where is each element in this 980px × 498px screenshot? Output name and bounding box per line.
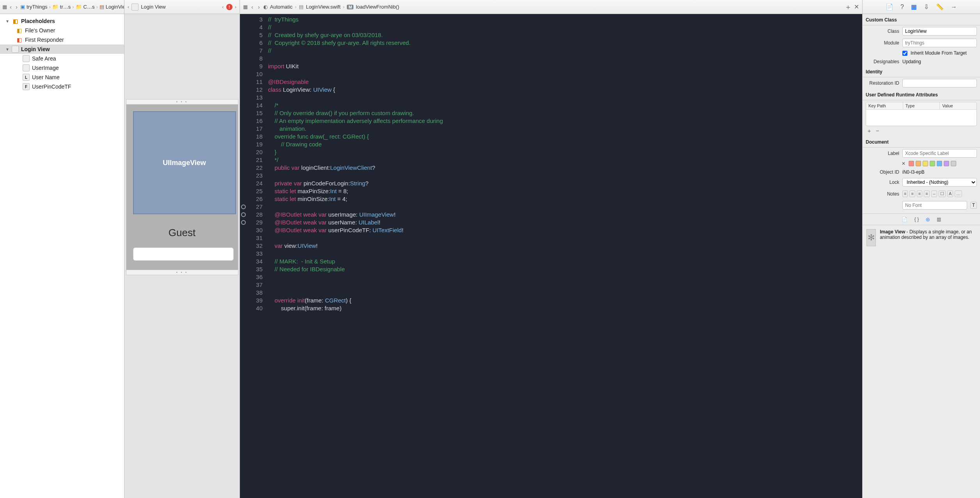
align-left-icon[interactable]: ≡ [902, 190, 908, 197]
error-indicator-icon[interactable]: ! [226, 4, 233, 10]
outline-userimage[interactable]: UserImage [0, 63, 124, 73]
chevron-down-icon[interactable]: ▼ [5, 19, 9, 23]
library-tabstrip[interactable]: 📄 { } ◎ ▥ [863, 213, 980, 225]
counterparts-icon[interactable]: ◐ [263, 4, 268, 10]
objid-label: Object ID [866, 169, 899, 175]
canvas-drag-handle-top[interactable]: • • • [126, 99, 238, 105]
file-inspector-icon[interactable]: 📄 [886, 3, 893, 11]
chevron-right-icon[interactable]: › [235, 4, 236, 10]
canvas-textfield[interactable] [133, 247, 234, 261]
text-style-icon[interactable]: -- [931, 190, 937, 197]
back-icon[interactable]: ‹ [9, 4, 13, 10]
swatch-clear-icon[interactable]: ✕ [902, 161, 905, 166]
color-swatch[interactable] [916, 161, 921, 166]
inherit-module-checkbox[interactable] [902, 51, 907, 56]
align-center-icon[interactable]: ≡ [909, 190, 915, 197]
udra-table[interactable]: Key Path Type Value [866, 102, 977, 126]
align-right-icon[interactable]: ≡ [917, 190, 922, 197]
identity-inspector-icon[interactable]: ▦ [911, 3, 917, 11]
lib-media-icon[interactable]: ▥ [937, 217, 941, 222]
textfield-icon: F [23, 83, 30, 90]
grid-icon[interactable]: ▦ [243, 4, 248, 10]
outline-first-responder[interactable]: ◧ First Responder [0, 35, 124, 44]
lib-objects-icon[interactable]: ◎ [926, 217, 930, 222]
outline-safe-area[interactable]: Safe Area [0, 54, 124, 63]
outline-username[interactable]: L User Name [0, 73, 124, 82]
close-assistant-icon[interactable]: ✕ [854, 3, 859, 11]
designables-value: Updating [902, 59, 921, 64]
outline-pane: ▦ ‹ › ▣ tryThings › 📁 tr…s › 📁 C…s › ▤ L… [0, 0, 124, 498]
color-swatch[interactable] [951, 161, 956, 166]
source-editor[interactable]: 3456789101112131415161718192021222324252… [240, 14, 862, 498]
connections-inspector-icon[interactable]: → [951, 4, 957, 11]
outline-placeholders[interactable]: ▼ ◧ Placeholders [0, 16, 124, 26]
forward-icon[interactable]: › [14, 4, 19, 10]
doc-label-label: Label [866, 151, 899, 156]
jumpbar[interactable]: ▦ ‹ › ◐ Automatic › ▤ LoginView.swift › … [240, 0, 862, 14]
jumpbar-file[interactable]: LoginView.swift [306, 4, 341, 10]
notes-font-input[interactable] [902, 201, 967, 210]
inspector-tab-strip[interactable]: 📄 ? ▦ ⇩ 📏 → [863, 0, 980, 14]
udra-remove-icon[interactable]: − [876, 128, 879, 135]
breakpoint-gutter[interactable] [240, 14, 247, 498]
doc-label-input[interactable] [902, 149, 977, 158]
color-swatch[interactable] [930, 161, 935, 166]
outline-files-owner[interactable]: ◧ File's Owner [0, 26, 124, 35]
grid-icon[interactable]: ▦ [2, 4, 7, 10]
swift-file-icon: ▤ [299, 4, 304, 10]
module-input[interactable] [902, 39, 977, 47]
more-icon[interactable]: … [955, 190, 962, 197]
crumb-project[interactable]: ▣ tryThings › [20, 4, 51, 10]
font-a-icon[interactable]: A [947, 190, 953, 197]
font-picker-icon[interactable]: T [970, 202, 977, 209]
crumb-folder-2[interactable]: 📁 C…s › [76, 4, 98, 10]
color-swatch[interactable] [944, 161, 949, 166]
chevron-left-icon[interactable]: ‹ [128, 4, 129, 10]
outline-login-view[interactable]: ▼ Login View [0, 44, 124, 54]
class-input[interactable] [902, 27, 977, 36]
source-text[interactable]: // tryThings//// Created by shefy gur-ar… [266, 14, 443, 498]
restoration-id-input[interactable] [902, 79, 977, 87]
imageview-thumb-icon: ✻ [866, 229, 876, 246]
udra-add-icon[interactable]: ＋ [866, 128, 872, 135]
field-notes: Notes ≡ ≡ ≡ ≡ -- ☐ A … [863, 188, 980, 199]
line-number-gutter[interactable]: 3456789101112131415161718192021222324252… [247, 14, 266, 498]
attributes-inspector-icon[interactable]: ⇩ [924, 3, 929, 11]
jumpbar-method[interactable]: loadViewFromNib() [356, 4, 399, 10]
jumpbar-automatic[interactable]: Automatic [270, 4, 293, 10]
chevron-left-icon[interactable]: ‹ [222, 4, 224, 10]
back-icon[interactable]: ‹ [250, 4, 254, 10]
interface-builder-canvas[interactable]: • • • UIImageView Guest • • • [124, 14, 240, 498]
udra-col-keypath[interactable]: Key Path [866, 102, 903, 109]
udra-col-type[interactable]: Type [903, 102, 940, 109]
add-tab-icon[interactable]: ＋ [845, 2, 852, 12]
outline-label: Placeholders [21, 18, 55, 24]
outline-tree[interactable]: ▼ ◧ Placeholders ◧ File's Owner ◧ First … [0, 14, 124, 498]
lib-code-icon[interactable]: { } [914, 217, 919, 222]
size-inspector-icon[interactable]: 📏 [936, 3, 944, 11]
udra-col-value[interactable]: Value [940, 102, 976, 109]
section-document: Document [863, 136, 980, 148]
chevron-down-icon[interactable]: ▼ [5, 47, 9, 52]
help-inspector-icon[interactable]: ? [900, 4, 904, 11]
field-restoration-id: Restoration ID [863, 77, 980, 89]
library-item-image-view[interactable]: ✻ Image View - Displays a single image, … [863, 225, 980, 250]
field-label: Label [863, 148, 980, 159]
lock-select[interactable]: Inherited - (Nothing) [902, 178, 977, 187]
color-swatch[interactable] [937, 161, 942, 166]
outline-userpintf[interactable]: F UserPinCodeTF [0, 82, 124, 91]
canvas-drag-handle-bottom[interactable]: • • • [126, 270, 238, 275]
forward-icon[interactable]: › [257, 4, 261, 10]
canvas-uiimageview[interactable]: UIImageView [133, 111, 236, 214]
lib-files-icon[interactable]: 📄 [902, 217, 907, 222]
canvas-guest-label[interactable]: Guest [133, 227, 231, 239]
crumb-folder-1[interactable]: 📁 tr…s › [52, 4, 74, 10]
align-justify-icon[interactable]: ≡ [924, 190, 929, 197]
canvas-tab-label[interactable]: Login View [141, 4, 165, 10]
color-swatch[interactable] [909, 161, 914, 166]
outline-pathbar[interactable]: ▦ ‹ › ▣ tryThings › 📁 tr…s › 📁 C…s › ▤ L… [0, 0, 124, 14]
box-icon[interactable]: ☐ [939, 190, 946, 197]
crumb-xib[interactable]: ▤ LoginView.xib [99, 4, 124, 10]
color-swatch[interactable] [923, 161, 928, 166]
designables-label: Designables [866, 59, 899, 64]
